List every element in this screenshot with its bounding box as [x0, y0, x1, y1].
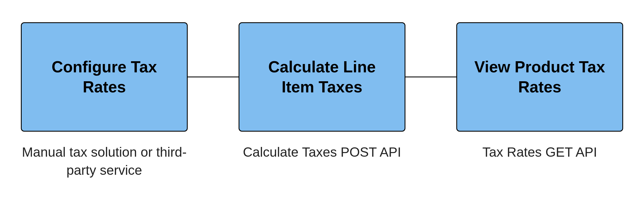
connector-line	[405, 77, 456, 77]
step-calculate: Calculate Line Item Taxes Calculate Taxe…	[239, 22, 405, 161]
step-configure: Configure Tax Rates Manual tax solution …	[21, 22, 188, 179]
box-calculate-line-item-taxes: Calculate Line Item Taxes	[239, 22, 405, 132]
box-title: Configure Tax Rates	[33, 57, 176, 97]
box-configure-tax-rates: Configure Tax Rates	[21, 22, 188, 132]
box-title: View Product Tax Rates	[468, 57, 611, 97]
flow-diagram: Configure Tax Rates Manual tax solution …	[21, 22, 623, 179]
box-title: Calculate Line Item Taxes	[251, 57, 393, 97]
connector-line	[188, 77, 239, 77]
step-view: View Product Tax Rates Tax Rates GET API	[456, 22, 623, 161]
box-view-product-tax-rates: View Product Tax Rates	[456, 22, 623, 132]
caption-view: Tax Rates GET API	[482, 143, 597, 161]
caption-calculate: Calculate Taxes POST API	[243, 143, 401, 161]
caption-configure: Manual tax solution or third-party servi…	[21, 143, 188, 179]
